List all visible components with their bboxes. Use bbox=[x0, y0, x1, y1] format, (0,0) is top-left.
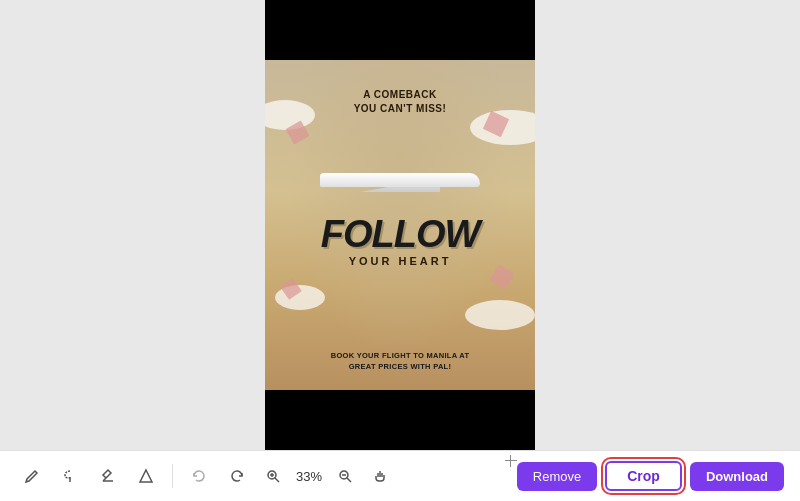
bottom-cta-text: BOOK YOUR FLIGHT TO MANILA AT GREAT PRIC… bbox=[265, 350, 535, 373]
tagline-line1: A COMEBACK bbox=[265, 88, 535, 102]
tagline-line2: YOU CAN'T MISS! bbox=[265, 102, 535, 116]
svg-marker-1 bbox=[140, 470, 152, 482]
zoom-controls: 33% bbox=[259, 462, 359, 490]
tagline: A COMEBACK YOU CAN'T MISS! bbox=[265, 88, 535, 116]
airplane-fuselage bbox=[320, 173, 480, 187]
lasso-tool-button[interactable] bbox=[54, 460, 86, 492]
svg-line-7 bbox=[347, 478, 351, 482]
shape-tool-button[interactable] bbox=[130, 460, 162, 492]
svg-line-3 bbox=[275, 478, 279, 482]
toolbar-actions: Remove Crop Download bbox=[517, 461, 784, 491]
hand-tool-button[interactable] bbox=[365, 460, 397, 492]
bottom-line1: BOOK YOUR FLIGHT TO MANILA AT bbox=[265, 350, 535, 361]
your-heart-label: YOUR HEART bbox=[265, 255, 535, 267]
zoom-out-button[interactable] bbox=[331, 462, 359, 490]
cloud-decoration bbox=[465, 300, 535, 330]
follow-label: FOLLOW bbox=[265, 215, 535, 253]
crosshair-icon bbox=[505, 455, 517, 467]
image-container: A COMEBACK YOU CAN'T MISS! FOLLOW YOUR H… bbox=[265, 0, 535, 450]
download-button[interactable]: Download bbox=[690, 462, 784, 491]
toolbar: 33% Remove Crop Download bbox=[0, 450, 800, 501]
follow-your-heart-text: FOLLOW YOUR HEART bbox=[265, 215, 535, 267]
bottom-line2: GREAT PRICES WITH PAL! bbox=[265, 361, 535, 372]
crop-button[interactable]: Crop bbox=[605, 461, 682, 491]
zoom-in-button[interactable] bbox=[259, 462, 287, 490]
eraser-tool-button[interactable] bbox=[92, 460, 124, 492]
canvas-area: A COMEBACK YOU CAN'T MISS! FOLLOW YOUR H… bbox=[0, 0, 800, 450]
undo-button[interactable] bbox=[183, 460, 215, 492]
poster: A COMEBACK YOU CAN'T MISS! FOLLOW YOUR H… bbox=[265, 60, 535, 390]
airplane-body bbox=[310, 160, 490, 200]
remove-button[interactable]: Remove bbox=[517, 462, 597, 491]
redo-button[interactable] bbox=[221, 460, 253, 492]
pen-tool-button[interactable] bbox=[16, 460, 48, 492]
airplane-graphic bbox=[285, 150, 515, 210]
toolbar-divider bbox=[172, 464, 173, 488]
zoom-level: 33% bbox=[291, 469, 327, 484]
